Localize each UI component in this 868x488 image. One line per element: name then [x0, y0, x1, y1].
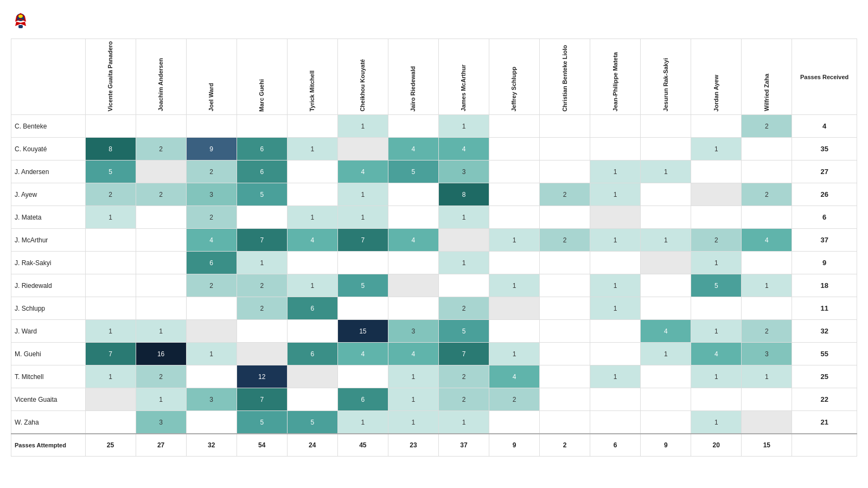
cell-7-10: 1 [590, 274, 641, 297]
cell-4-4: 1 [287, 206, 337, 229]
cell-8-6 [388, 297, 438, 320]
col-header-text-10: Jean-Philippe Mateta [612, 52, 619, 111]
cell-8-5 [337, 297, 388, 320]
total-cell-10: 6 [590, 434, 641, 457]
col-header-text-9: Christian Benteke Liolo [561, 45, 569, 112]
cell-9-1: 1 [136, 320, 186, 343]
cell-6-8 [489, 252, 540, 274]
row-label-4: J. Mateta [11, 206, 86, 229]
cell-11-7: 2 [438, 365, 489, 388]
cell-7-3: 2 [237, 274, 287, 297]
table-row: J. Ward11153541232 [11, 320, 857, 343]
table-row: Vicente Guaita137612222 [11, 388, 857, 411]
cell-8-9 [540, 297, 590, 320]
cell-0-12 [691, 115, 742, 138]
row-label-8: J. Schlupp [11, 297, 86, 320]
cell-13-3: 5 [237, 411, 287, 434]
total-cell-5: 45 [337, 434, 388, 457]
cell-13-13 [742, 411, 792, 434]
cell-12-10 [590, 388, 641, 411]
cell-2-7: 3 [438, 160, 489, 183]
total-row: Passes Attempted252732542445233792692015 [11, 434, 857, 457]
cell-11-11 [641, 365, 691, 388]
row-label-13: W. Zaha [11, 411, 86, 434]
cell-0-8 [489, 115, 540, 138]
cell-12-11 [641, 388, 691, 411]
cell-5-6: 4 [388, 229, 438, 252]
cell-1-5 [337, 138, 388, 160]
cell-10-12: 4 [691, 343, 742, 365]
cell-5-5: 7 [337, 229, 388, 252]
cell-7-7 [438, 274, 489, 297]
cell-1-8 [489, 138, 540, 160]
total-cell-6: 23 [388, 434, 438, 457]
cell-10-13: 3 [742, 343, 792, 365]
row-label-header [11, 39, 86, 115]
table-row: M. Guehi71616447114355 [11, 343, 857, 365]
total-passes-received-empty [792, 434, 857, 457]
cell-11-2 [186, 365, 237, 388]
cell-12-6: 1 [388, 388, 438, 411]
cell-9-0: 1 [85, 320, 136, 343]
total-cell-7: 37 [438, 434, 489, 457]
col-header-6: Jaïro Riedewald [388, 39, 438, 115]
cell-0-11 [641, 115, 691, 138]
cell-12-7: 2 [438, 388, 489, 411]
cell-2-3: 6 [237, 160, 287, 183]
table-row: C. Benteke1124 [11, 115, 857, 138]
row-label-2: J. Andersen [11, 160, 86, 183]
cell-9-3 [237, 320, 287, 343]
cell-5-0 [85, 229, 136, 252]
cell-12-3: 7 [237, 388, 287, 411]
cell-11-9 [540, 365, 590, 388]
cell-8-2 [186, 297, 237, 320]
cell-1-2: 9 [186, 138, 237, 160]
row-label-0: C. Benteke [11, 115, 86, 138]
cell-6-6 [388, 252, 438, 274]
cell-8-8 [489, 297, 540, 320]
cell-10-6: 4 [388, 343, 438, 365]
cell-12-4 [287, 388, 337, 411]
passes-received-11: 25 [792, 365, 857, 388]
cell-3-11 [641, 183, 691, 206]
cell-7-8: 1 [489, 274, 540, 297]
cell-8-3: 2 [237, 297, 287, 320]
table-row: J. Rak-Sakyi61119 [11, 252, 857, 274]
total-cell-12: 20 [691, 434, 742, 457]
col-header-0: Vicente Guaita Panadero [85, 39, 136, 115]
cell-5-1 [136, 229, 186, 252]
cell-10-0: 7 [85, 343, 136, 365]
cell-5-8: 1 [489, 229, 540, 252]
cell-13-5: 1 [337, 411, 388, 434]
cell-3-9: 2 [540, 183, 590, 206]
cell-1-7: 4 [438, 138, 489, 160]
cell-2-8 [489, 160, 540, 183]
cell-6-3: 1 [237, 252, 287, 274]
cell-10-10 [590, 343, 641, 365]
cell-10-3 [237, 343, 287, 365]
cell-2-11: 1 [641, 160, 691, 183]
cell-12-2: 3 [186, 388, 237, 411]
club-logo [11, 11, 30, 30]
cell-9-8 [489, 320, 540, 343]
col-header-text-5: Cheikhou Kouyaté [359, 59, 366, 112]
col-header-4: Tyrick Mitchell [287, 39, 337, 115]
cell-11-4 [287, 365, 337, 388]
table-row: J. Riedewald2215115118 [11, 274, 857, 297]
cell-0-5: 1 [337, 115, 388, 138]
cell-1-11 [641, 138, 691, 160]
cell-5-3: 7 [237, 229, 287, 252]
cell-3-7: 8 [438, 183, 489, 206]
cell-11-1: 2 [136, 365, 186, 388]
cell-12-8: 2 [489, 388, 540, 411]
total-cell-9: 2 [540, 434, 590, 457]
col-header-text-2: Joel Ward [208, 83, 215, 111]
cell-6-11 [641, 252, 691, 274]
col-header-11: Jesurun Rak-Sakyi [641, 39, 691, 115]
cell-5-10: 1 [590, 229, 641, 252]
passes-received-0: 4 [792, 115, 857, 138]
pass-matrix-table: Vicente Guaita PanaderoJoachim AndersenJ… [11, 38, 857, 457]
cell-1-9 [540, 138, 590, 160]
total-cell-8: 9 [489, 434, 540, 457]
cell-1-1: 2 [136, 138, 186, 160]
